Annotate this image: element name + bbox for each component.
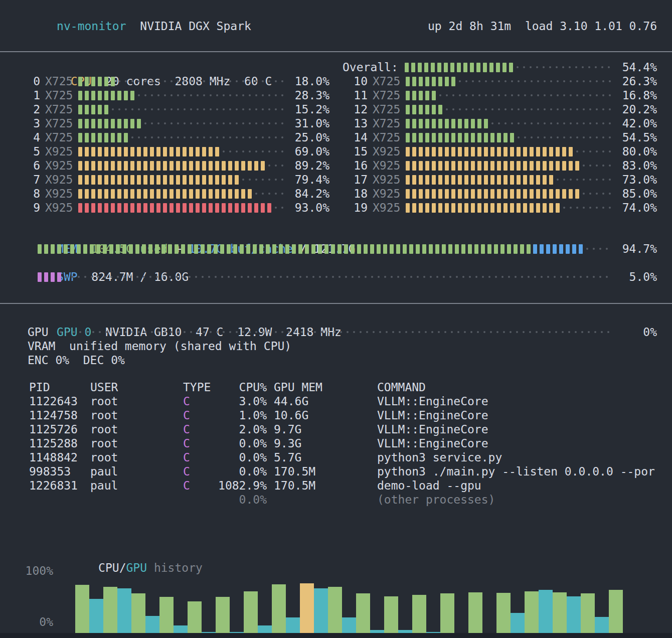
meter-segment (135, 244, 139, 254)
meter-segment (117, 119, 121, 128)
meter-segment (451, 77, 455, 86)
meter-segment (103, 244, 107, 254)
meter-segment (241, 203, 245, 213)
meter-dot (84, 276, 86, 278)
cpu-core-row: 1X72528.3% (15, 88, 329, 102)
meter-segment (390, 244, 394, 254)
history-bar-gpu (342, 617, 356, 634)
meter-segment (85, 133, 89, 142)
meter-dot (197, 80, 199, 82)
meter-dot (249, 331, 251, 333)
meter-segment (451, 119, 455, 128)
meter-segment (298, 244, 302, 254)
meter-dot (583, 150, 585, 152)
meter-dot (596, 207, 598, 209)
meter-dot (602, 108, 604, 110)
meter-segment (202, 161, 206, 171)
meter-segment (530, 161, 534, 171)
meter-dot (262, 331, 264, 333)
meter-segment (510, 189, 514, 199)
meter-segment (209, 147, 213, 156)
meter-segment (44, 244, 48, 254)
meter-segment (170, 147, 174, 156)
meter-dot (229, 150, 231, 152)
meter-segment (527, 244, 531, 254)
meter-segment (98, 175, 102, 185)
core-usage-bar (406, 102, 615, 116)
meter-dot (562, 66, 564, 68)
meter-segment (569, 161, 573, 171)
meter-dot (593, 248, 595, 250)
core-percent: 83.0% (615, 158, 657, 173)
meter-dot (216, 331, 218, 333)
meter-dot (215, 276, 217, 278)
process-cell-type: C (183, 464, 218, 479)
meter-segment (412, 161, 416, 171)
meter-segment (484, 189, 488, 199)
meter-dot (288, 331, 290, 333)
history-bar-gpu (89, 599, 103, 634)
meter-dot (609, 136, 611, 138)
meter-segment (445, 133, 449, 142)
meter-segment (470, 63, 474, 72)
meter-dot (275, 94, 277, 96)
process-cell-type: C (183, 450, 218, 464)
meter-segment (445, 77, 449, 86)
meter-dot (550, 122, 552, 124)
meter-segment (476, 63, 480, 72)
meter-dot (602, 136, 604, 138)
meter-dot (125, 108, 127, 110)
meter-segment (183, 189, 187, 199)
process-row: 1148842rootC0.0%5.7Gpython3 service.py (29, 450, 657, 464)
meter-dot (555, 331, 557, 333)
meter-dot (144, 122, 146, 124)
core-usage-bar (78, 201, 287, 215)
process-row: 1124758rootC1.0%10.6GVLLM::EngineCore (29, 408, 657, 422)
meter-segment (202, 147, 206, 156)
meter-segment (575, 161, 579, 171)
meter-segment (85, 119, 89, 128)
history-bar-cpu (272, 584, 286, 634)
meter-segment (530, 203, 534, 213)
meter-segment (412, 203, 416, 213)
meter-segment (425, 133, 429, 142)
meter-segment (490, 189, 494, 199)
meter-dot (203, 331, 205, 333)
meter-dot (582, 66, 584, 68)
meter-segment (490, 147, 494, 156)
meter-segment (419, 161, 423, 171)
meter-dot (92, 331, 94, 333)
meter-segment (451, 203, 455, 213)
meter-dot (73, 331, 75, 333)
meter-segment (477, 189, 481, 199)
meter-segment (425, 119, 429, 128)
meter-dot (123, 276, 125, 278)
process-cell-type: C (183, 479, 218, 493)
meter-dot (223, 108, 225, 110)
meter-dot (281, 150, 283, 152)
process-cell-pid: 1124758 (29, 408, 90, 422)
meter-segment (425, 147, 429, 156)
meter-segment (266, 244, 270, 254)
swp-meter-row: 5.0% (15, 270, 657, 284)
meter-segment (91, 175, 95, 185)
meter-segment (497, 203, 501, 213)
meter-dot (609, 122, 611, 124)
meter-segment (130, 91, 134, 100)
meter-segment (425, 189, 429, 199)
meter-dot (596, 136, 598, 138)
meter-dot (557, 179, 559, 181)
meter-dot (602, 207, 604, 209)
meter-dot (563, 80, 565, 82)
meter-dot (319, 276, 321, 278)
swp-label-row: SWP 824.7M / 16.0G (15, 256, 657, 270)
meter-dot (177, 108, 179, 110)
meter-dot (425, 331, 427, 333)
meter-segment (412, 77, 416, 86)
meter-segment (477, 203, 481, 213)
cpu-core-row: 5X92569.0% (15, 144, 329, 158)
meter-segment (523, 175, 527, 185)
gpu-section: GPU 0 NVIDIA GB10 47 C 12.9W 2418 MHz GP… (0, 304, 672, 367)
meter-segment (438, 161, 442, 171)
meter-segment (474, 244, 478, 254)
